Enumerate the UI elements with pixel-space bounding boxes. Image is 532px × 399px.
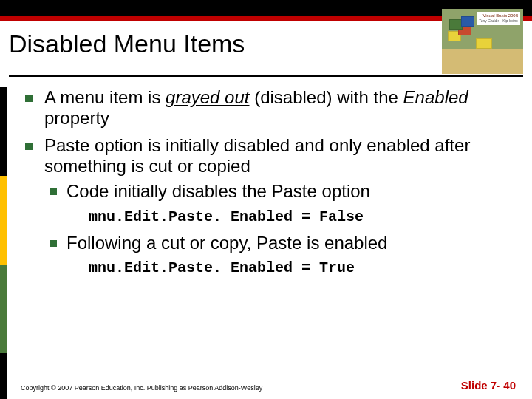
content-area: A menu item is grayed out (disabled) wit…: [0, 83, 532, 399]
text: Paste option is initially disabled and o…: [44, 135, 470, 176]
header-divider: [9, 75, 523, 77]
copyright-text: Copyright © 2007 Pearson Education, Inc.…: [21, 384, 262, 392]
header-row: Disabled Menu Items Visual Basic 2008 To…: [0, 21, 532, 74]
sub-bullet-item: Following a cut or copy, Paste is enable…: [44, 233, 517, 277]
cover-tagline: Tony Gaddis · Kip Irvine: [479, 18, 518, 24]
cover-brand: Visual Basic: [482, 13, 507, 18]
footer: Copyright © 2007 Pearson Education, Inc.…: [21, 379, 516, 392]
text: property: [44, 108, 109, 128]
book-cover-label: Visual Basic 2008 Tony Gaddis · Kip Irvi…: [477, 12, 520, 25]
lego-block-icon: [476, 38, 492, 49]
slide-number: Slide 7- 40: [461, 379, 516, 392]
code-line: mnu.Edit.Paste. Enabled = True: [89, 259, 517, 277]
lego-block-icon: [461, 16, 474, 27]
text: A menu item is: [44, 87, 166, 107]
bullet-item: A menu item is grayed out (disabled) wit…: [21, 87, 517, 129]
bullet-item: Paste option is initially disabled and o…: [21, 135, 517, 277]
slide-title: Disabled Menu Items: [9, 25, 442, 58]
text: Code initially disables the Paste option: [66, 181, 370, 201]
text-emphasis: grayed out: [166, 87, 249, 107]
book-cover-image: Visual Basic 2008 Tony Gaddis · Kip Irvi…: [442, 9, 523, 74]
code-line: mnu.Edit.Paste. Enabled = False: [89, 208, 517, 226]
left-color-stripe: [0, 87, 7, 399]
text: Following a cut or copy, Paste is enable…: [66, 233, 387, 253]
sub-bullet-item: Code initially disables the Paste option…: [44, 181, 517, 225]
text-emphasis: Enabled: [403, 87, 468, 107]
text: (disabled) with the: [249, 87, 403, 107]
slide: Disabled Menu Items Visual Basic 2008 To…: [0, 0, 532, 399]
body-text: A menu item is grayed out (disabled) wit…: [21, 87, 517, 399]
cover-year: 2008: [508, 13, 518, 18]
